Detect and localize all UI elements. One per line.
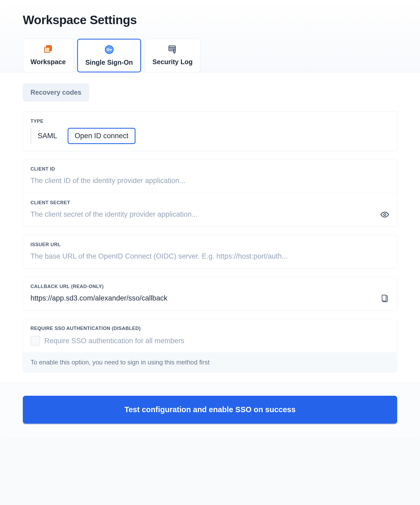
workspace-icon — [43, 44, 53, 54]
recovery-codes-button[interactable]: Recovery codes — [23, 84, 89, 101]
type-label: TYPE — [30, 119, 390, 124]
test-and-enable-button[interactable]: Test configuration and enable SSO on suc… — [23, 396, 397, 424]
type-options: SAML Open ID connect — [30, 128, 390, 144]
client-id-input[interactable] — [30, 176, 390, 186]
client-credentials-card: CLIENT ID CLIENT SECRET — [23, 159, 397, 227]
client-secret-input[interactable] — [30, 209, 376, 220]
type-option-saml[interactable]: SAML — [30, 128, 64, 144]
tab-label: Single Sign-On — [85, 59, 133, 66]
require-sso-checkbox — [30, 336, 40, 346]
tabs: Workspace Single Sign-On — [23, 39, 397, 72]
footer-bar: Test configuration and enable SSO on suc… — [0, 383, 420, 438]
tab-label: Security Log — [152, 58, 192, 66]
callback-url-card: CALLBACK URL (READ-ONLY) https://app.sd3… — [23, 277, 397, 311]
client-secret-label: CLIENT SECRET — [30, 200, 390, 206]
issuer-url-input[interactable] — [30, 251, 390, 262]
header: Workspace Settings Workspace — [0, 0, 420, 72]
callback-url-label: CALLBACK URL (READ-ONLY) — [30, 284, 390, 289]
svg-point-9 — [384, 214, 386, 216]
tab-label: Workspace — [30, 58, 66, 66]
tab-single-sign-on[interactable]: Single Sign-On — [77, 39, 141, 72]
shield-log-icon — [167, 44, 178, 54]
svg-rect-1 — [45, 47, 50, 53]
require-sso-card: REQUIRE SSO AUTHENTICATION (DISABLED) Re… — [23, 319, 397, 372]
type-option-openid[interactable]: Open ID connect — [68, 128, 136, 144]
require-sso-checkbox-label: Require SSO authentication for all membe… — [44, 337, 184, 345]
tab-workspace[interactable]: Workspace — [23, 39, 73, 72]
callback-url-value: https://app.sd3.com/alexander/sso/callba… — [30, 293, 376, 303]
require-sso-label: REQUIRE SSO AUTHENTICATION (DISABLED) — [30, 326, 390, 331]
issuer-url-card: ISSUER URL — [23, 235, 397, 269]
key-icon — [104, 44, 115, 55]
eye-icon[interactable] — [380, 210, 390, 219]
tab-security-log[interactable]: Security Log — [145, 39, 200, 72]
page-title: Workspace Settings — [23, 13, 397, 27]
copy-icon[interactable] — [380, 294, 390, 303]
client-id-label: CLIENT ID — [30, 166, 390, 172]
require-sso-note: To enable this option, you need to sign … — [23, 352, 397, 372]
workspace-settings-page: Workspace Settings Workspace — [0, 0, 420, 438]
type-card: TYPE SAML Open ID connect — [23, 111, 397, 151]
content: Recovery codes TYPE SAML Open ID connect… — [0, 72, 420, 383]
issuer-url-label: ISSUER URL — [30, 242, 390, 247]
